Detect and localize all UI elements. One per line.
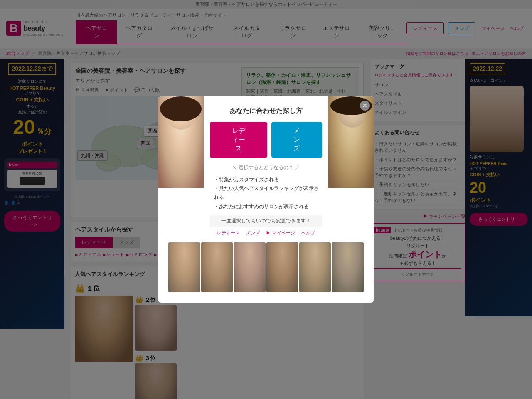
modal-inner: ✕ あなたに合わせた探し方 レディース メンズ ＼ 選択するとどうなるの？ ／ … [210,107,322,236]
hair-sample-5 [299,242,331,292]
modal-footer-links: レディース メンズ ▶ マイページ ヘルプ [210,230,322,236]
hair-sample-1 [168,242,200,292]
modal-person-right-container [328,96,374,188]
modal-footer-help[interactable]: ヘルプ [301,230,315,236]
modal-woman-image [158,96,204,188]
modal-man-image [328,96,374,188]
modal-close-button[interactable]: ✕ [360,101,370,111]
hair-sample-3 [234,242,266,292]
modal-footer-mypage[interactable]: ▶ マイページ [266,230,295,236]
hair-sample-6 [332,242,364,292]
modal-dialog: ✕ あなたに合わせた探し方 レディース メンズ ＼ 選択するとどうなるの？ ／ … [158,96,374,303]
hair-sample-4 [266,242,298,292]
modal-ladies-button[interactable]: レディース [210,122,267,158]
modal-mens-button[interactable]: メンズ [271,122,323,158]
modal-explain: ＼ 選択するとどうなるの？ ／ [210,164,322,171]
modal-overlay[interactable]: ✕ あなたに合わせた探し方 レディース メンズ ＼ 選択するとどうなるの？ ／ … [0,0,532,399]
modal-title: あなたに合わせた探し方 [210,107,322,116]
modal-benefits: ・特集がカスタマイズされる ・見たい人気ヘアスタイルランキングが表示される ・あ… [210,175,322,211]
modal-footer-ladies[interactable]: レディース [217,230,240,236]
benefit-2: ・見たい人気ヘアスタイルランキングが表示される [214,184,322,202]
modal-gender-buttons: レディース メンズ [210,122,322,158]
modal-once-text: 一度選択してもいつでも変更できます！ [210,215,322,227]
benefit-1: ・特集がカスタマイズされる [214,175,322,185]
modal-footer-mens[interactable]: メンズ [246,230,260,236]
modal-person-left-container [158,96,204,188]
hair-sample-2 [201,242,233,292]
benefit-3: ・あなたにおすすめのサロンが表示される [214,202,322,212]
modal-hair-samples [168,242,364,292]
